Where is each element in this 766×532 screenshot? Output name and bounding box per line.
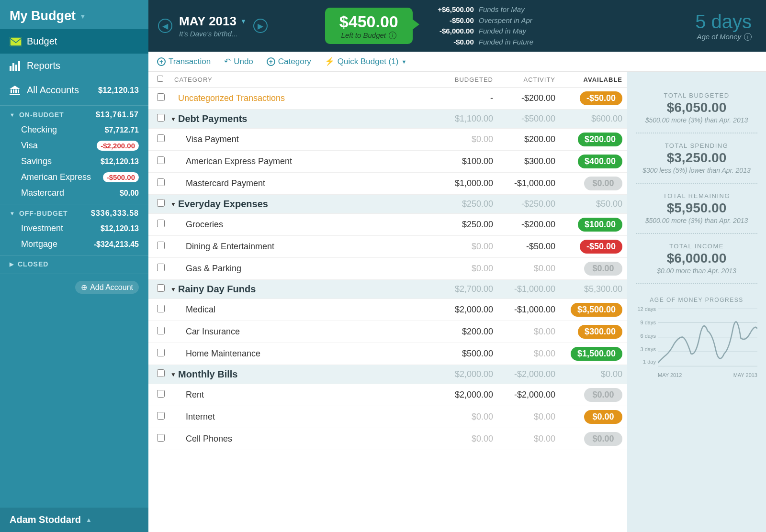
activity-value[interactable]: -$2,000.00	[493, 390, 555, 400]
info-icon[interactable]: i	[389, 32, 396, 39]
activity-value[interactable]: -$200.00	[493, 220, 555, 230]
on-budget-header[interactable]: ▼ ON-BUDGET $13,761.57	[0, 105, 148, 122]
closed-header[interactable]: ▶ CLOSED	[0, 255, 148, 274]
available-pill[interactable]: $1,500.00	[571, 347, 622, 361]
activity-value[interactable]: -$50.00	[493, 242, 555, 252]
add-account-button[interactable]: ⊕ Add Account	[75, 281, 139, 294]
available-pill[interactable]: -$50.00	[580, 240, 622, 254]
category-row[interactable]: Dining & Entertainment$0.00-$50.00-$50.0…	[148, 236, 627, 258]
activity-value[interactable]: $0.00	[493, 327, 555, 337]
info-icon[interactable]: i	[744, 33, 752, 41]
account-row[interactable]: Visa-$2,200.00	[0, 138, 148, 154]
select-all-checkbox[interactable]	[157, 76, 163, 82]
row-checkbox[interactable]	[157, 93, 165, 101]
nav-budget[interactable]: Budget	[0, 29, 148, 54]
activity-value[interactable]: $0.00	[493, 349, 555, 359]
account-row[interactable]: Mortgage-$324,213.45	[0, 236, 148, 252]
row-checkbox[interactable]	[157, 220, 165, 227]
budgeted-value[interactable]: $1,000.00	[431, 178, 493, 188]
row-checkbox[interactable]	[157, 434, 165, 442]
category-row[interactable]: American Express Payment$100.00$300.00$4…	[148, 151, 627, 173]
available-pill[interactable]: $0.00	[584, 432, 622, 446]
budget-selector[interactable]: My Budget ▼	[0, 0, 148, 29]
available-pill[interactable]: $3,500.00	[571, 303, 622, 317]
next-month-button[interactable]: ▶	[253, 19, 268, 33]
row-checkbox[interactable]	[157, 134, 165, 142]
category-row[interactable]: Mastercard Payment$1,000.00-$1,000.00$0.…	[148, 173, 627, 195]
activity-value[interactable]: $0.00	[493, 264, 555, 274]
nav-reports[interactable]: Reports	[0, 54, 148, 78]
activity-value[interactable]: -$1,000.00	[493, 178, 555, 188]
row-checkbox[interactable]	[157, 412, 165, 420]
budgeted-value[interactable]: $0.00	[431, 264, 493, 274]
budgeted-value[interactable]: $100.00	[431, 156, 493, 166]
category-group-row[interactable]: ▼Debt Payments$1,100.00-$500.00$600.00	[148, 110, 627, 129]
account-row[interactable]: American Express-$500.00	[0, 169, 148, 185]
add-transaction-button[interactable]: + Transaction	[157, 57, 211, 66]
chevron-down-icon[interactable]: ▼	[170, 371, 178, 378]
available-pill[interactable]: $0.00	[584, 388, 622, 402]
budgeted-value[interactable]: $0.00	[431, 134, 493, 144]
category-group-row[interactable]: ▼Everyday Expenses$250.00-$250.00$50.00	[148, 195, 627, 214]
available-pill[interactable]: $400.00	[578, 155, 622, 168]
row-checkbox[interactable]	[157, 264, 165, 271]
row-checkbox[interactable]	[157, 390, 165, 398]
row-checkbox[interactable]	[157, 305, 165, 312]
category-group-row[interactable]: ▼Rainy Day Funds$2,700.00-$1,000.00$5,30…	[148, 280, 627, 299]
user-menu[interactable]: Adam Stoddard ▲	[0, 508, 148, 532]
category-row[interactable]: Car Insurance$200.00$0.00$300.00	[148, 321, 627, 343]
category-row[interactable]: Gas & Parking$0.00$0.00$0.00	[148, 258, 627, 280]
category-row[interactable]: Internet$0.00$0.00$0.00	[148, 406, 627, 428]
row-checkbox[interactable]	[157, 349, 165, 356]
row-checkbox[interactable]	[157, 178, 165, 186]
budgeted-value[interactable]: $2,000.00	[431, 390, 493, 400]
row-checkbox[interactable]	[157, 327, 165, 334]
activity-value[interactable]: $200.00	[493, 134, 555, 144]
account-row[interactable]: Savings$12,120.13	[0, 154, 148, 169]
row-checkbox[interactable]	[157, 242, 165, 249]
account-row[interactable]: Checking$7,712.71	[0, 122, 148, 138]
month-selector[interactable]: MAY 2013 ▼	[179, 14, 247, 29]
off-budget-header[interactable]: ▼ OFF-BUDGET $336,333.58	[0, 204, 148, 221]
available-pill[interactable]: $200.00	[578, 133, 622, 146]
category-row[interactable]: Cell Phones$0.00$0.00$0.00	[148, 428, 627, 450]
category-group-row[interactable]: ▼Monthly Bills$2,000.00-$2,000.00$0.00	[148, 365, 627, 384]
available-pill[interactable]: $0.00	[584, 262, 622, 276]
row-checkbox[interactable]	[157, 369, 165, 377]
row-checkbox[interactable]	[157, 199, 165, 207]
activity-value[interactable]: $0.00	[493, 434, 555, 444]
available-pill[interactable]: $0.00	[584, 410, 622, 424]
row-checkbox[interactable]	[157, 114, 165, 122]
uncategorized-row[interactable]: Uncategorized Transactions--$200.00-$50.…	[148, 88, 627, 110]
chevron-down-icon[interactable]: ▼	[170, 116, 178, 122]
chevron-down-icon[interactable]: ▼	[170, 201, 178, 208]
available-pill[interactable]: $0.00	[584, 177, 622, 190]
add-category-button[interactable]: + Category	[267, 57, 311, 66]
budgeted-value[interactable]: $250.00	[431, 220, 493, 230]
category-row[interactable]: Rent$2,000.00-$2,000.00$0.00	[148, 384, 627, 406]
available-pill[interactable]: $100.00	[578, 218, 622, 232]
quick-budget-button[interactable]: ⚡ Quick Budget (1) ▼	[325, 56, 406, 66]
activity-value[interactable]: -$1,000.00	[493, 305, 555, 315]
budgeted-value[interactable]: $0.00	[431, 242, 493, 252]
category-row[interactable]: Home Maintenance$500.00$0.00$1,500.00	[148, 343, 627, 365]
budgeted-value[interactable]: $500.00	[431, 349, 493, 359]
budgeted-value[interactable]: $200.00	[431, 327, 493, 337]
budgeted-value[interactable]: $0.00	[431, 412, 493, 422]
activity-value[interactable]: $300.00	[493, 156, 555, 166]
available-pill[interactable]: $300.00	[578, 325, 622, 339]
available-pill[interactable]: -$50.00	[580, 91, 622, 105]
category-row[interactable]: Medical$2,000.00-$1,000.00$3,500.00	[148, 299, 627, 321]
account-row[interactable]: Investment$12,120.13	[0, 221, 148, 236]
undo-button[interactable]: ↶ Undo	[224, 56, 253, 66]
row-checkbox[interactable]	[157, 284, 165, 292]
category-row[interactable]: Visa Payment$0.00$200.00$200.00	[148, 129, 627, 151]
budgeted-value[interactable]: $0.00	[431, 434, 493, 444]
budgeted-value[interactable]: $2,000.00	[431, 305, 493, 315]
row-checkbox[interactable]	[157, 156, 165, 164]
category-row[interactable]: Groceries$250.00-$200.00$100.00	[148, 214, 627, 236]
nav-all-accounts[interactable]: All Accounts $12,120.13	[0, 78, 148, 102]
chevron-down-icon[interactable]: ▼	[170, 286, 178, 293]
prev-month-button[interactable]: ◀	[158, 19, 172, 33]
account-row[interactable]: Mastercard$0.00	[0, 185, 148, 201]
